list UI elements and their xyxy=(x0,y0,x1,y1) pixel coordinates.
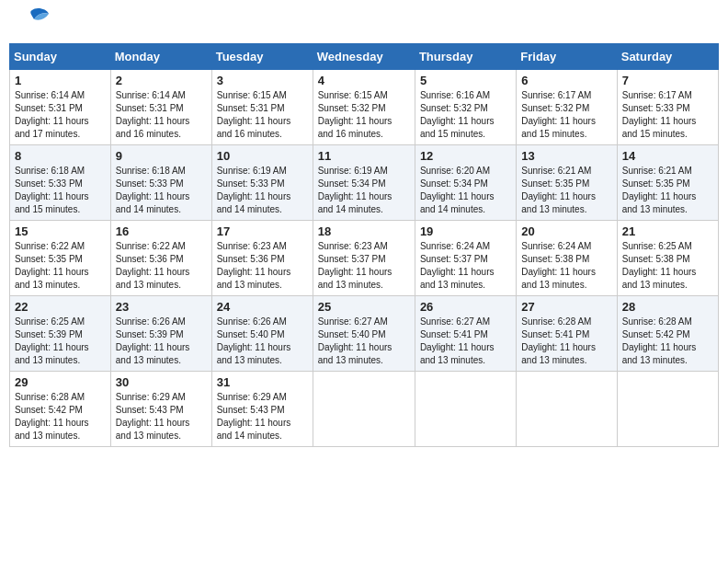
day-number: 11 xyxy=(318,149,410,163)
day-number: 7 xyxy=(622,74,713,87)
day-info: Sunrise: 6:29 AMSunset: 5:43 PMDaylight:… xyxy=(217,391,308,442)
calendar-cell: 11Sunrise: 6:19 AMSunset: 5:34 PMDayligh… xyxy=(313,145,415,221)
day-info: Sunrise: 6:14 AMSunset: 5:31 PMDaylight:… xyxy=(116,89,207,141)
day-of-week-header: Saturday xyxy=(617,44,718,70)
day-number: 23 xyxy=(116,300,207,314)
calendar-cell: 12Sunrise: 6:20 AMSunset: 5:34 PMDayligh… xyxy=(415,145,516,221)
day-number: 14 xyxy=(622,149,713,163)
day-of-week-header: Tuesday xyxy=(211,44,313,70)
day-of-week-header: Wednesday xyxy=(313,44,415,70)
day-info: Sunrise: 6:25 AMSunset: 5:38 PMDaylight:… xyxy=(622,240,713,292)
day-number: 20 xyxy=(521,224,611,238)
bird-icon xyxy=(16,6,49,36)
calendar-cell: 2Sunrise: 6:14 AMSunset: 5:31 PMDaylight… xyxy=(110,70,211,145)
calendar-cell: 29Sunrise: 6:28 AMSunset: 5:42 PMDayligh… xyxy=(10,372,111,447)
calendar-cell: 25Sunrise: 6:27 AMSunset: 5:40 PMDayligh… xyxy=(313,296,415,372)
day-number: 27 xyxy=(521,300,611,314)
day-info: Sunrise: 6:15 AMSunset: 5:31 PMDaylight:… xyxy=(217,89,308,141)
calendar-cell: 8Sunrise: 6:18 AMSunset: 5:33 PMDaylight… xyxy=(10,145,111,221)
calendar-cell: 18Sunrise: 6:23 AMSunset: 5:37 PMDayligh… xyxy=(313,221,415,296)
day-info: Sunrise: 6:28 AMSunset: 5:41 PMDaylight:… xyxy=(521,316,611,367)
day-number: 25 xyxy=(318,300,410,314)
day-number: 24 xyxy=(217,300,308,314)
day-info: Sunrise: 6:24 AMSunset: 5:38 PMDaylight:… xyxy=(521,240,611,292)
day-number: 8 xyxy=(15,149,106,163)
day-number: 4 xyxy=(318,74,410,87)
calendar-cell: 20Sunrise: 6:24 AMSunset: 5:38 PMDayligh… xyxy=(517,221,617,296)
calendar-table: SundayMondayTuesdayWednesdayThursdayFrid… xyxy=(9,43,719,447)
day-info: Sunrise: 6:23 AMSunset: 5:37 PMDaylight:… xyxy=(318,240,410,292)
day-info: Sunrise: 6:27 AMSunset: 5:40 PMDaylight:… xyxy=(318,316,410,367)
day-number: 26 xyxy=(420,300,511,314)
calendar-cell: 4Sunrise: 6:15 AMSunset: 5:32 PMDaylight… xyxy=(313,70,415,145)
calendar-cell: 10Sunrise: 6:19 AMSunset: 5:33 PMDayligh… xyxy=(211,145,313,221)
day-info: Sunrise: 6:26 AMSunset: 5:40 PMDaylight:… xyxy=(217,316,308,367)
day-info: Sunrise: 6:22 AMSunset: 5:35 PMDaylight:… xyxy=(15,240,106,292)
day-info: Sunrise: 6:20 AMSunset: 5:34 PMDaylight:… xyxy=(420,165,511,216)
day-info: Sunrise: 6:14 AMSunset: 5:31 PMDaylight:… xyxy=(15,89,106,141)
calendar-cell: 9Sunrise: 6:18 AMSunset: 5:33 PMDaylight… xyxy=(110,145,211,221)
calendar-cell: 1Sunrise: 6:14 AMSunset: 5:31 PMDaylight… xyxy=(10,70,111,145)
day-number: 5 xyxy=(420,74,511,87)
calendar-cell: 28Sunrise: 6:28 AMSunset: 5:42 PMDayligh… xyxy=(617,296,718,372)
day-of-week-header: Monday xyxy=(110,44,211,70)
day-number: 31 xyxy=(217,375,308,389)
day-number: 30 xyxy=(116,375,207,389)
day-info: Sunrise: 6:24 AMSunset: 5:37 PMDaylight:… xyxy=(420,240,511,292)
calendar-cell: 15Sunrise: 6:22 AMSunset: 5:35 PMDayligh… xyxy=(10,221,111,296)
day-number: 17 xyxy=(217,224,308,238)
day-of-week-header: Thursday xyxy=(415,44,516,70)
calendar-cell: 24Sunrise: 6:26 AMSunset: 5:40 PMDayligh… xyxy=(211,296,313,372)
day-number: 12 xyxy=(420,149,511,163)
calendar-cell xyxy=(517,372,617,447)
day-info: Sunrise: 6:18 AMSunset: 5:33 PMDaylight:… xyxy=(15,165,106,216)
calendar-cell: 14Sunrise: 6:21 AMSunset: 5:35 PMDayligh… xyxy=(617,145,718,221)
calendar-cell xyxy=(415,372,516,447)
calendar-cell: 27Sunrise: 6:28 AMSunset: 5:41 PMDayligh… xyxy=(517,296,617,372)
calendar-cell: 5Sunrise: 6:16 AMSunset: 5:32 PMDaylight… xyxy=(415,70,516,145)
calendar-cell: 22Sunrise: 6:25 AMSunset: 5:39 PMDayligh… xyxy=(10,296,111,372)
day-info: Sunrise: 6:25 AMSunset: 5:39 PMDaylight:… xyxy=(15,316,106,367)
day-info: Sunrise: 6:28 AMSunset: 5:42 PMDaylight:… xyxy=(15,391,106,442)
day-info: Sunrise: 6:27 AMSunset: 5:41 PMDaylight:… xyxy=(420,316,511,367)
calendar-cell: 23Sunrise: 6:26 AMSunset: 5:39 PMDayligh… xyxy=(110,296,211,372)
day-number: 19 xyxy=(420,224,511,238)
calendar-cell: 26Sunrise: 6:27 AMSunset: 5:41 PMDayligh… xyxy=(415,296,516,372)
day-number: 3 xyxy=(217,74,308,87)
day-info: Sunrise: 6:16 AMSunset: 5:32 PMDaylight:… xyxy=(420,89,511,141)
calendar-cell: 16Sunrise: 6:22 AMSunset: 5:36 PMDayligh… xyxy=(110,221,211,296)
day-number: 18 xyxy=(318,224,410,238)
calendar-cell: 21Sunrise: 6:25 AMSunset: 5:38 PMDayligh… xyxy=(617,221,718,296)
day-info: Sunrise: 6:22 AMSunset: 5:36 PMDaylight:… xyxy=(116,240,207,292)
calendar-cell: 30Sunrise: 6:29 AMSunset: 5:43 PMDayligh… xyxy=(110,372,211,447)
day-number: 2 xyxy=(116,74,207,87)
day-of-week-header: Sunday xyxy=(10,44,111,70)
calendar-cell: 19Sunrise: 6:24 AMSunset: 5:37 PMDayligh… xyxy=(415,221,516,296)
calendar-cell: 17Sunrise: 6:23 AMSunset: 5:36 PMDayligh… xyxy=(211,221,313,296)
day-info: Sunrise: 6:19 AMSunset: 5:34 PMDaylight:… xyxy=(318,165,410,216)
day-info: Sunrise: 6:23 AMSunset: 5:36 PMDaylight:… xyxy=(217,240,308,292)
calendar-cell: 6Sunrise: 6:17 AMSunset: 5:32 PMDaylight… xyxy=(517,70,617,145)
day-number: 1 xyxy=(15,74,106,87)
calendar-cell xyxy=(617,372,718,447)
day-info: Sunrise: 6:26 AMSunset: 5:39 PMDaylight:… xyxy=(116,316,207,367)
day-of-week-header: Friday xyxy=(517,44,617,70)
calendar-cell: 31Sunrise: 6:29 AMSunset: 5:43 PMDayligh… xyxy=(211,372,313,447)
calendar-cell: 13Sunrise: 6:21 AMSunset: 5:35 PMDayligh… xyxy=(517,145,617,221)
day-info: Sunrise: 6:21 AMSunset: 5:35 PMDaylight:… xyxy=(622,165,713,216)
day-info: Sunrise: 6:29 AMSunset: 5:43 PMDaylight:… xyxy=(116,391,207,442)
day-info: Sunrise: 6:18 AMSunset: 5:33 PMDaylight:… xyxy=(116,165,207,216)
day-number: 13 xyxy=(521,149,611,163)
day-number: 6 xyxy=(521,74,611,87)
day-number: 16 xyxy=(116,224,207,238)
page-header xyxy=(9,9,719,36)
day-number: 29 xyxy=(15,375,106,389)
day-number: 22 xyxy=(15,300,106,314)
day-number: 28 xyxy=(622,300,713,314)
day-number: 21 xyxy=(622,224,713,238)
calendar-cell xyxy=(313,372,415,447)
day-info: Sunrise: 6:19 AMSunset: 5:33 PMDaylight:… xyxy=(217,165,308,216)
day-info: Sunrise: 6:17 AMSunset: 5:32 PMDaylight:… xyxy=(521,89,611,141)
day-info: Sunrise: 6:21 AMSunset: 5:35 PMDaylight:… xyxy=(521,165,611,216)
day-number: 15 xyxy=(15,224,106,238)
